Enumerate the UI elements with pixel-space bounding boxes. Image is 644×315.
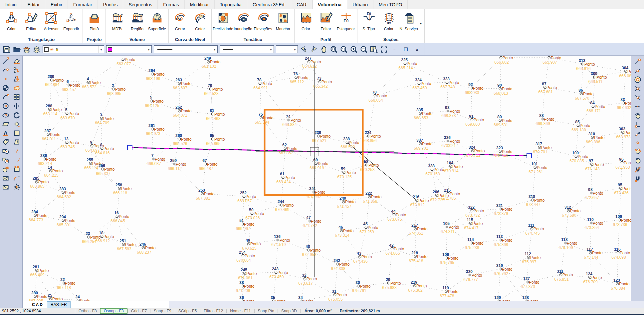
tin-point[interactable]: 333Ponto667.748 [440, 77, 459, 89]
open-button[interactable] [12, 45, 22, 54]
undo-button[interactable] [299, 45, 309, 54]
tool-snap-midpoint-icon[interactable] [633, 66, 642, 75]
ribbon-item-tematico-elevacoes[interactable]: Elevações [253, 10, 273, 37]
grip-handle[interactable] [527, 153, 532, 158]
tool-eraser-icon[interactable] [12, 56, 21, 65]
menu-tab-car[interactable]: CAR [291, 0, 312, 9]
status-toggle-sgrip-f5[interactable]: SGrip - F5 [175, 309, 200, 313]
tin-point[interactable]: 43Ponto674.436 [353, 251, 372, 264]
tin-point[interactable]: 38Ponto671.209 [236, 280, 254, 293]
tool-snap-endpoint-icon[interactable] [633, 57, 642, 66]
tin-point[interactable]: 112Ponto675.997 [522, 252, 540, 264]
tin-point[interactable]: 87Ponto667.681 [538, 82, 557, 94]
tin-point[interactable]: 129Ponto677.214 [492, 295, 510, 301]
tin-point[interactable]: 67Ponto666.487 [199, 158, 217, 171]
menu-tab-topografia[interactable]: Topografia [215, 0, 247, 9]
ribbon-item-tematico-inundacao[interactable]: Inundação [233, 10, 253, 37]
tin-point[interactable]: 35Ponto672.183 [267, 295, 286, 301]
ribbon-item-projeto-plato[interactable]: Platô [84, 10, 104, 37]
tin-point[interactable]: 304Ponto666.084 [619, 66, 631, 78]
ribbon-item-perfil-criar[interactable]: Criar [296, 10, 316, 37]
restore-button[interactable]: ❐ [400, 45, 411, 53]
tin-point[interactable]: 32Ponto673.617 [298, 273, 317, 286]
tin-point[interactable]: 338Ponto670.158 [425, 164, 444, 176]
status-toggle-grid-f7[interactable]: Grid - F7 [127, 309, 150, 313]
tin-point[interactable]: 81Ponto664.468 [206, 108, 225, 121]
ribbon-item-volume-superficie[interactable]: Superfície [147, 10, 167, 37]
tin-point[interactable]: 1Ponto664.125 [145, 95, 163, 108]
tin-point[interactable]: 285Ponto663.865 [30, 176, 49, 189]
tool-polyline-arc-icon[interactable] [1, 65, 10, 74]
tin-point[interactable]: 34Ponto672.861 [295, 295, 313, 301]
tin-point[interactable]: 3Ponto664.709 [95, 113, 113, 125]
tin-point[interactable]: 4Ponto663.572 [82, 77, 101, 89]
ribbon-item-triangulacao-criar[interactable]: Criar [1, 10, 21, 37]
ribbon-item-perfil-estaquear[interactable]: E0Estaquear [336, 10, 356, 37]
tin-point[interactable]: 283Ponto664.582 [57, 187, 75, 199]
status-toggle-filtro-f12[interactable]: Filtro - F12 [200, 309, 226, 313]
view-tab-cad[interactable]: CAD [29, 302, 47, 308]
menu-tab-urbano[interactable]: Urbano [347, 0, 373, 9]
tin-point[interactable]: 97Ponto671.143 [585, 159, 604, 171]
tool-snap-point-icon[interactable] [633, 138, 642, 147]
save-button[interactable] [2, 45, 12, 54]
tin-point[interactable]: 240Ponto671.457 [337, 196, 355, 209]
zoom-window-button[interactable] [329, 45, 339, 54]
ribbon-item-tematico-declividade[interactable]: Declividade [213, 10, 233, 37]
tin-point[interactable]: 50Ponto670.026 [245, 208, 264, 220]
tin-point[interactable]: 111Ponto674.745 [525, 223, 544, 236]
tool-tag-icon[interactable] [1, 137, 10, 146]
tin-point[interactable]: 62Ponto667.867 [279, 143, 297, 155]
tin-point[interactable]: 241Ponto670.662 [307, 186, 325, 199]
tool-arc-icon[interactable] [1, 92, 10, 101]
tin-point[interactable]: 89Ponto669.531 [494, 115, 512, 127]
tin-point[interactable]: 14Ponto664.215 [44, 165, 63, 178]
tin-point[interactable]: 92Ponto668.033 [465, 82, 483, 95]
ribbon-item-triangulacao-editar[interactable]: Editar [21, 10, 41, 37]
view-tab-raster[interactable]: RASTER [47, 301, 71, 308]
tin-point[interactable]: 29Ponto675.988 [382, 277, 401, 290]
tin-point[interactable]: 294Ponto665.391 [57, 215, 75, 227]
tin-point[interactable]: 280Ponto667.025 [29, 291, 47, 301]
tin-point[interactable]: 95Ponto672.436 [614, 183, 631, 195]
tool-extend-icon[interactable] [12, 155, 21, 164]
tin-point[interactable]: Ponto665.907 [542, 56, 561, 65]
tin-point[interactable]: 261Ponto664.973 [146, 123, 164, 136]
tool-line-icon[interactable] [1, 56, 10, 65]
tin-drawing[interactable]: Ponto663.077249Ponto661.102247Ponto664.6… [23, 56, 631, 301]
tool-rectangle-icon[interactable] [1, 119, 10, 128]
tin-point[interactable]: 85Ponto669.188 [571, 120, 590, 132]
tin-point[interactable]: 247Ponto664.612 [302, 56, 321, 69]
tool-hatch-frame-icon[interactable] [1, 182, 10, 191]
tin-point[interactable]: 310Ponto669.886 [586, 132, 604, 144]
zoom-out-button[interactable] [359, 45, 369, 54]
tin-point[interactable]: 6Ponto663.457 [62, 79, 80, 92]
tool-move-icon[interactable] [12, 101, 21, 110]
tool-copy-point-icon[interactable] [1, 164, 10, 173]
tin-point[interactable]: 324Ponto670.712 [466, 145, 485, 158]
tool-snap-perpendicular-icon[interactable] [633, 120, 642, 129]
tool-array-icon[interactable] [12, 92, 21, 101]
tin-point[interactable]: 245Ponto671.081 [238, 268, 257, 280]
tin-point[interactable]: 117Ponto675.144 [584, 247, 602, 260]
tool-point-symbol-icon[interactable] [1, 83, 10, 92]
tin-point[interactable]: Ponto663.077 [116, 57, 135, 66]
tin-point[interactable]: 217Ponto674.051 [409, 223, 427, 236]
tool-point-mark-icon[interactable] [1, 74, 10, 83]
tin-point[interactable]: 284Ponto664.773 [29, 210, 47, 222]
tin-point[interactable]: 110Ponto673.854 [584, 217, 603, 230]
tin-point[interactable]: 79Ponto662.528 [204, 83, 223, 96]
tool-trapezoid-icon[interactable] [12, 137, 21, 146]
tin-point[interactable]: 322Ponto673.732 [465, 205, 484, 218]
tin-point[interactable]: 84Ponto668.171 [586, 101, 605, 113]
color-combo[interactable]: ▾ [106, 45, 152, 53]
tin-point[interactable]: 289Ponto662.884 [45, 74, 64, 87]
tin-point[interactable]: 36Ponto671.542 [236, 295, 254, 301]
tin-point[interactable]: 65Ponto665.865 [206, 133, 225, 146]
tool-circle-ref2-icon[interactable] [1, 155, 10, 164]
menu-tab-editar[interactable]: Editar [22, 0, 45, 9]
status-toggle-nome-f11[interactable]: Nome - F11 [226, 309, 254, 313]
tin-point[interactable]: 74Ponto665.884 [282, 114, 301, 127]
tin-point[interactable]: 83Ponto667.602 [617, 97, 631, 110]
menu-tab-exibir[interactable]: Exibir [45, 0, 68, 9]
